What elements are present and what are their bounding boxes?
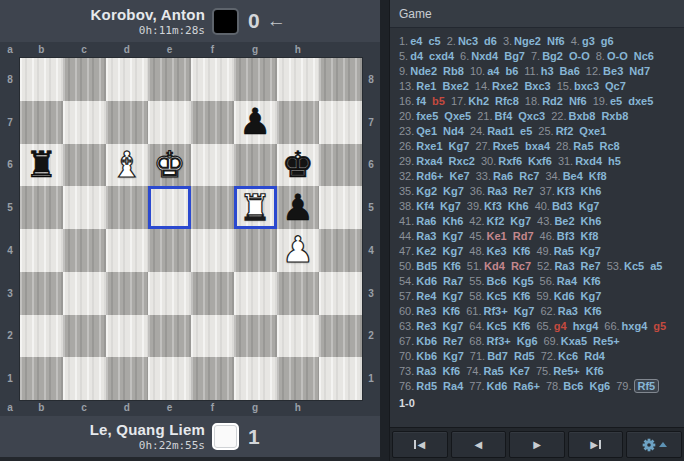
square-h8[interactable] — [319, 58, 362, 101]
square-d7[interactable] — [148, 101, 191, 144]
move[interactable]: Rc7 — [519, 170, 539, 182]
move[interactable]: Bxe2 — [442, 80, 468, 92]
square-e6[interactable] — [191, 144, 234, 187]
white-king-piece[interactable]: ♚ — [153, 147, 185, 183]
move[interactable]: Kh6 — [442, 215, 463, 227]
square-d2[interactable] — [148, 315, 191, 358]
move[interactable]: Kg6 — [589, 380, 610, 392]
move[interactable]: Kg7 — [442, 290, 463, 302]
move[interactable]: Kg7 — [580, 245, 601, 257]
move[interactable]: Ra7 — [443, 275, 463, 287]
move[interactable]: Kf6 — [442, 305, 460, 317]
black-king-piece[interactable]: ♚ — [282, 147, 314, 183]
move[interactable]: Qxe1 — [579, 125, 606, 137]
move[interactable]: Nde2 — [410, 65, 437, 77]
move[interactable]: Ra3 — [487, 185, 507, 197]
move[interactable]: Ra5 — [484, 365, 504, 377]
move[interactable]: e5 — [610, 95, 622, 107]
move[interactable]: h5 — [608, 155, 621, 167]
square-d4[interactable] — [148, 229, 191, 272]
move[interactable]: Kf6 — [584, 305, 602, 317]
move[interactable]: Nf6 — [569, 95, 587, 107]
move[interactable]: e5 — [520, 125, 532, 137]
move[interactable]: Kf6 — [583, 275, 601, 287]
move[interactable]: Bd7 — [487, 350, 508, 362]
move[interactable]: Kc5 — [624, 260, 644, 272]
move[interactable]: Ke7 — [510, 365, 530, 377]
move[interactable]: Bf4 — [495, 110, 513, 122]
move[interactable]: Re4 — [416, 290, 436, 302]
move[interactable]: Be4 — [563, 170, 583, 182]
move[interactable]: Rd5 — [514, 350, 535, 362]
square-f4[interactable] — [234, 229, 277, 272]
square-c4[interactable] — [106, 229, 149, 272]
move[interactable]: Ra3 — [558, 305, 578, 317]
move[interactable]: c5 — [428, 35, 440, 47]
move[interactable]: Kh6 — [581, 215, 602, 227]
move[interactable]: b5 — [432, 95, 445, 107]
move[interactable]: Kd4 — [484, 260, 505, 272]
move[interactable]: Kb6 — [416, 350, 437, 362]
move[interactable]: Qe1 — [416, 125, 437, 137]
move[interactable]: fxe5 — [416, 110, 438, 122]
move[interactable]: Re7 — [443, 335, 463, 347]
square-f7[interactable]: ♟ — [234, 101, 277, 144]
square-e1[interactable] — [191, 357, 234, 400]
go-to-end-button[interactable]: ▶ — [568, 431, 624, 458]
move[interactable]: Be2 — [554, 215, 574, 227]
move[interactable]: Kg7 — [510, 215, 531, 227]
move[interactable]: Re7 — [581, 260, 601, 272]
square-b5[interactable] — [63, 186, 106, 229]
move[interactable]: Rxb8 — [601, 110, 628, 122]
settings-button[interactable] — [626, 431, 682, 458]
move[interactable]: Bd3 — [552, 200, 573, 212]
move[interactable]: Re1 — [416, 80, 436, 92]
square-d5[interactable] — [148, 186, 191, 229]
move[interactable]: Ke7 — [450, 170, 470, 182]
move[interactable]: Rd2 — [542, 95, 563, 107]
move[interactable]: Rc8 — [600, 140, 620, 152]
move[interactable]: Kf6 — [513, 320, 531, 332]
move[interactable]: Ra4 — [557, 275, 577, 287]
move[interactable]: Kf3 — [557, 185, 575, 197]
step-forward-button[interactable]: ▶ — [509, 431, 565, 458]
move[interactable]: Rxe2 — [492, 80, 518, 92]
square-g6[interactable]: ♚ — [277, 144, 320, 187]
move[interactable]: Kf3 — [484, 200, 502, 212]
move[interactable]: Kg2 — [416, 185, 437, 197]
move[interactable]: h3 — [541, 65, 554, 77]
move[interactable]: Kf2 — [487, 215, 505, 227]
move[interactable]: a4 — [487, 65, 499, 77]
move[interactable]: Re5+ — [553, 365, 580, 377]
move[interactable]: Nc3 — [458, 35, 478, 47]
square-a4[interactable] — [20, 229, 63, 272]
move[interactable]: Qxc3 — [518, 110, 545, 122]
square-d6[interactable]: ♚ — [148, 144, 191, 187]
move[interactable]: bxa4 — [525, 140, 550, 152]
move[interactable]: Rd4 — [584, 350, 605, 362]
square-e2[interactable] — [191, 315, 234, 358]
move[interactable]: b6 — [505, 65, 518, 77]
square-a3[interactable] — [20, 272, 63, 315]
black-rook-piece[interactable]: ♜ — [25, 147, 57, 183]
move[interactable]: Kg7 — [442, 245, 463, 257]
square-e3[interactable] — [191, 272, 234, 315]
panel-divider[interactable] — [380, 0, 390, 461]
move[interactable]: Ra4 — [443, 380, 463, 392]
white-pawn-piece[interactable]: ♟ — [282, 232, 314, 268]
move[interactable]: O-O — [569, 50, 590, 62]
square-f3[interactable] — [234, 272, 277, 315]
move[interactable]: Qxe5 — [444, 110, 471, 122]
square-d1[interactable] — [148, 357, 191, 400]
square-f1[interactable] — [234, 357, 277, 400]
move[interactable]: Bg7 — [504, 50, 525, 62]
move[interactable]: Rxd4 — [575, 155, 602, 167]
square-a6[interactable]: ♜ — [20, 144, 63, 187]
square-a8[interactable] — [20, 58, 63, 101]
square-b3[interactable] — [63, 272, 106, 315]
black-pawn-piece[interactable]: ♟ — [239, 104, 271, 140]
move[interactable]: Kf4 — [416, 200, 434, 212]
move[interactable]: Rb8 — [443, 65, 464, 77]
move[interactable]: Kg7 — [443, 185, 464, 197]
move[interactable]: Bg2 — [542, 50, 563, 62]
